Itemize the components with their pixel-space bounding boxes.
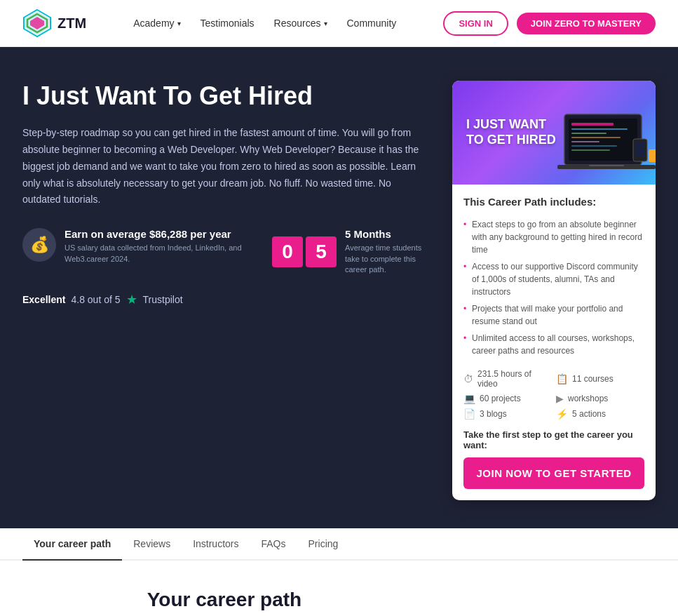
nav-testimonials[interactable]: Testimonials [201,18,255,29]
play-icon: ▶ [556,393,564,404]
stat-actions: ⚡ 5 actions [556,408,644,420]
nav-actions: SIGN IN JOIN ZERO TO MASTERY [443,11,656,36]
tab-career-path[interactable]: Your career path [22,528,122,561]
lightning-icon: ⚡ [556,408,568,420]
svg-rect-10 [571,141,599,142]
stat-workshops: ▶ workshops [556,393,644,404]
svg-rect-6 [571,123,613,126]
stat-courses: 📋 11 courses [556,369,644,389]
tab-reviews[interactable]: Reviews [122,528,182,561]
months-value: 5 Months [345,228,430,240]
tabs-bar: Your career path Reviews Instructors FAQ… [0,528,678,561]
card-body: This Career Path includes: Exact steps t… [452,185,656,500]
nav-resources[interactable]: Resources ▾ [274,18,327,29]
trustpilot-row: Excellent 4.8 out of 5 ★ Trustpilot [22,292,430,307]
stats-row: 💰 Earn on average $86,288 per year US sa… [22,228,430,275]
salary-label: Earn on average $86,288 per year [65,228,250,240]
svg-rect-8 [571,133,606,134]
stat-actions-value: 5 actions [572,409,606,419]
stat-hours: ⏱ 231.5 hours of video [463,369,552,389]
cta-label: Take the first step to get the career yo… [463,429,644,450]
svg-rect-14 [589,165,624,166]
trustpilot-score: 4.8 out of 5 [71,294,120,305]
hero-left: I Just Want To Get Hired Step-by-step ro… [22,81,430,500]
clock-icon: ⏱ [463,373,473,384]
trustpilot-brand: Trustpilot [143,294,183,305]
bullet-3: Unlimited access to all courses, worksho… [463,330,644,359]
time-stat: 0 5 5 Months Average time students take … [272,228,430,275]
logo-text: ZTM [57,15,86,32]
stat-workshops-value: workshops [568,394,608,403]
svg-rect-7 [571,128,628,130]
bullet-2: Projects that will make your portfolio a… [463,300,644,330]
svg-rect-9 [571,137,621,138]
hero-right: I JUST WANT TO GET HIRED [452,81,656,500]
card-title: This Career Path includes: [463,196,644,208]
nav-community[interactable]: Community [347,18,397,29]
list-icon: 📋 [556,373,568,384]
months-label: 5 Months Average time students take to c… [345,228,430,275]
logo[interactable]: ZTM [22,8,86,38]
stat-courses-value: 11 courses [572,374,613,384]
months-note: Average time students take to complete t… [345,243,430,275]
salary-text: Earn on average $86,288 per year US sala… [65,228,250,265]
salary-stat: 💰 Earn on average $86,288 per year US sa… [22,228,250,265]
stat-blogs-value: 3 blogs [480,409,507,419]
card-stats-grid: ⏱ 231.5 hours of video 📋 11 courses 💻 60… [463,369,644,420]
stat-hours-value: 231.5 hours of video [477,369,552,389]
bullet-1: Access to our supportive Discord communi… [463,258,644,300]
timer-display: 0 5 [272,236,337,267]
card-hero-text: I JUST WANT TO GET HIRED [466,117,556,147]
timer-digit-0: 0 [272,236,303,267]
doc-icon: 📄 [463,408,475,420]
career-card: I JUST WANT TO GET HIRED [452,81,656,500]
join-nav-button[interactable]: JOIN ZERO TO MASTERY [517,13,656,34]
chevron-down-icon: ▾ [177,20,181,27]
svg-rect-12 [571,149,610,151]
signin-button[interactable]: SIGN IN [443,11,508,36]
tab-pricing[interactable]: Pricing [297,528,350,561]
main-content: Your career path WHAT YOU'LL LEARN ✓ Ski… [0,561,449,616]
nav-links: Academy ▾ Testimonials Resources ▾ Commu… [133,18,396,29]
bullet-0: Exact steps to go from an absolute begin… [463,216,644,258]
card-hero-image: I JUST WANT TO GET HIRED [452,81,656,185]
join-card-button[interactable]: JOIN NOW TO GET STARTED [463,457,644,489]
hero-title: I Just Want To Get Hired [22,81,430,111]
chevron-down-icon: ▾ [324,20,327,27]
svg-rect-17 [649,149,656,162]
money-bag-icon: 💰 [22,228,56,262]
section-title: Your career path [22,589,426,611]
svg-rect-11 [571,145,617,147]
stat-projects-value: 60 projects [480,394,521,403]
hero-section: I Just Want To Get Hired Step-by-step ro… [0,47,678,528]
card-bullets: Exact steps to go from an absolute begin… [463,216,644,359]
nav-academy[interactable]: Academy ▾ [133,18,180,29]
star-icon: ★ [126,292,137,307]
stat-blogs: 📄 3 blogs [463,408,552,420]
hero-description: Step-by-step roadmap so you can get hire… [22,125,430,208]
stat-projects: 💻 60 projects [463,393,552,404]
svg-rect-16 [635,142,645,157]
monitor-icon: 💻 [463,393,475,404]
timer-digit-1: 5 [306,236,337,267]
salary-note: US salary data collected from Indeed, Li… [65,243,250,265]
tab-instructors[interactable]: Instructors [182,528,250,561]
tab-faqs[interactable]: FAQs [250,528,297,561]
navbar: ZTM Academy ▾ Testimonials Resources ▾ C… [0,0,678,47]
trustpilot-excellent: Excellent [22,294,65,305]
